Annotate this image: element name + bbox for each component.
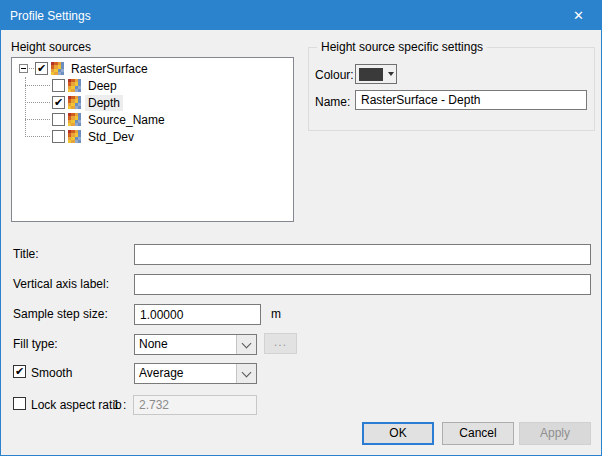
name-input[interactable] — [355, 90, 587, 110]
raster-icon — [68, 96, 81, 109]
cancel-button[interactable]: Cancel — [442, 422, 514, 445]
dropdown-arrow-icon — [388, 72, 394, 76]
lock-aspect-ratio-checkbox[interactable] — [13, 397, 26, 410]
raster-icon — [68, 79, 81, 92]
close-button[interactable]: ✕ — [556, 1, 601, 30]
sample-step-size-input[interactable] — [134, 304, 261, 325]
lock-ratio-prefix: 1 : — [113, 398, 126, 412]
specific-settings-group: Height source specific settings Colour: … — [308, 47, 595, 131]
title-label: Title: — [13, 247, 39, 261]
lock-ratio-input — [133, 395, 257, 415]
window-title: Profile Settings — [1, 9, 91, 23]
tree-checkbox[interactable]: ✔ — [52, 96, 65, 109]
tree-checkbox[interactable] — [52, 113, 65, 126]
vertical-axis-label: Vertical axis label: — [13, 277, 109, 291]
vertical-axis-input[interactable] — [134, 274, 591, 295]
tree-item-source_name[interactable]: Source_Name — [12, 111, 293, 128]
tree-item-label: Source_Name — [85, 112, 168, 128]
smooth-dropdown-button[interactable] — [236, 364, 256, 383]
tree-expander-icon[interactable] — [19, 64, 28, 73]
profile-settings-dialog: Profile Settings ✕ Height sources ✔Raste… — [0, 0, 602, 456]
ok-button[interactable]: OK — [362, 422, 434, 445]
colour-dropdown-button[interactable] — [355, 64, 397, 84]
fill-type-value: None — [135, 335, 236, 354]
name-label: Name: — [315, 95, 350, 109]
fill-type-label: Fill type: — [13, 337, 58, 351]
close-icon: ✕ — [573, 8, 584, 23]
height-sources-tree[interactable]: ✔RasterSurfaceDeep✔DepthSource_NameStd_D… — [11, 57, 294, 222]
colour-swatch — [359, 68, 383, 81]
specific-settings-label: Height source specific settings — [317, 40, 487, 54]
tree-item-label: Std_Dev — [85, 129, 137, 145]
fill-type-select[interactable]: None — [134, 334, 257, 355]
apply-button: Apply — [519, 422, 591, 445]
sample-step-size-label: Sample step size: — [13, 307, 108, 321]
raster-icon — [68, 130, 81, 143]
smooth-value: Average — [135, 364, 236, 383]
chevron-down-icon — [242, 338, 252, 348]
colour-label: Colour: — [315, 68, 354, 82]
titlebar[interactable]: Profile Settings — [1, 1, 601, 30]
lock-aspect-ratio-label: Lock aspect ratio — [31, 398, 122, 412]
tree-checkbox[interactable] — [52, 79, 65, 92]
sample-step-unit: m — [271, 307, 281, 321]
tree-item-label: RasterSurface — [68, 61, 151, 77]
tree-item-deep[interactable]: Deep — [12, 77, 293, 94]
tree-item-label: Depth — [85, 95, 123, 111]
fill-type-dropdown-button[interactable] — [236, 335, 256, 354]
raster-icon — [51, 62, 64, 75]
chevron-down-icon — [242, 367, 252, 377]
fill-type-ellipsis-button[interactable]: ... — [264, 333, 297, 354]
height-sources-label: Height sources — [11, 40, 91, 54]
tree-item-label: Deep — [85, 78, 120, 94]
smooth-checkbox[interactable]: ✔ — [13, 365, 26, 378]
tree-checkbox[interactable] — [52, 130, 65, 143]
tree-item-std_dev[interactable]: Std_Dev — [12, 128, 293, 145]
tree-item-rastersurface[interactable]: ✔RasterSurface — [12, 60, 293, 77]
smooth-label: Smooth — [31, 366, 72, 380]
tree-checkbox[interactable]: ✔ — [35, 62, 48, 75]
raster-icon — [68, 113, 81, 126]
smooth-select[interactable]: Average — [134, 363, 257, 384]
title-input[interactable] — [134, 244, 591, 265]
tree-item-depth[interactable]: ✔Depth — [12, 94, 293, 111]
